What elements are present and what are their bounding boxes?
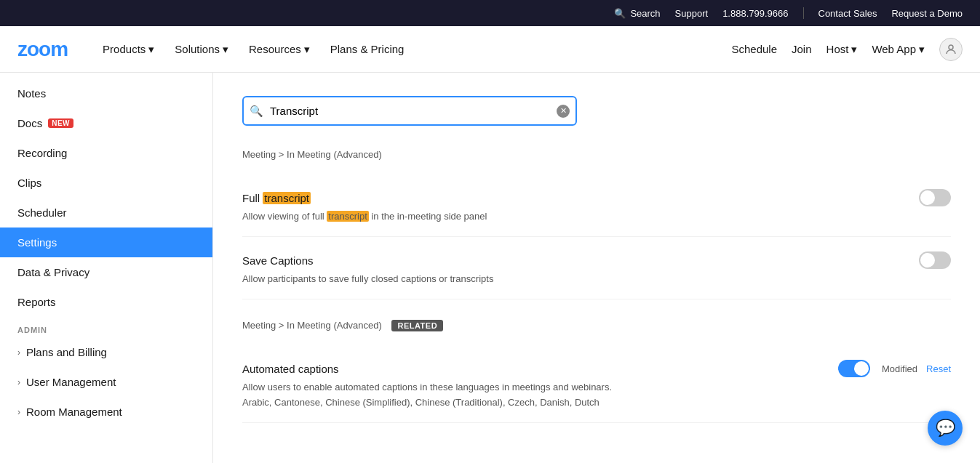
- chevron-down-icon: ▾: [148, 43, 154, 56]
- phone-number: 1.888.799.9666: [722, 8, 788, 19]
- search-icon: 🔍: [614, 8, 626, 19]
- setting-full-transcript: Full transcript Allow viewing of full tr…: [242, 174, 951, 237]
- nav-resources-label: Resources: [249, 43, 301, 55]
- nav-products-label: Products: [103, 43, 146, 55]
- host-label: Host: [826, 43, 849, 55]
- desc-highlight: transcript: [327, 211, 368, 222]
- scheduler-label: Scheduler: [17, 206, 67, 219]
- setting-header: Automated captions Modified Reset: [242, 360, 951, 377]
- chevron-right-icon: ›: [17, 377, 20, 387]
- chevron-right-icon: ›: [17, 347, 20, 358]
- nav-solutions-label: Solutions: [175, 43, 220, 55]
- setting-header: Full transcript: [242, 189, 951, 206]
- toggle-area: Modified Reset: [838, 360, 951, 377]
- new-badge: NEW: [48, 118, 73, 128]
- main-nav: zoom Products ▾ Solutions ▾ Resources ▾ …: [0, 26, 980, 73]
- top-bar: 🔍 Search Support 1.888.799.9666 Contact …: [0, 0, 980, 26]
- main-content: 🔍 ✕ Meeting > In Meeting (Advanced) Full…: [213, 73, 980, 463]
- save-captions-toggle[interactable]: [919, 251, 951, 269]
- sidebar-item-notes[interactable]: Notes: [0, 78, 212, 108]
- search-clear-button[interactable]: ✕: [557, 105, 570, 118]
- setting-automated-captions: Automated captions Modified Reset Allow …: [242, 345, 951, 423]
- related-breadcrumb: Meeting > In Meeting (Advanced) RELATED: [242, 320, 951, 331]
- docs-label: Docs: [17, 117, 42, 129]
- sidebar-item-reports[interactable]: Reports: [0, 287, 212, 317]
- data-privacy-label: Data & Privacy: [17, 266, 89, 278]
- chevron-down-icon: ▾: [223, 43, 228, 56]
- reports-label: Reports: [17, 296, 56, 308]
- reset-link[interactable]: Reset: [926, 363, 951, 374]
- sidebar-item-user-management[interactable]: › User Management: [0, 367, 212, 397]
- nav-resources[interactable]: Resources ▾: [249, 43, 310, 56]
- room-management-label: Room Management: [26, 406, 122, 418]
- chevron-down-icon: ▾: [919, 43, 925, 56]
- chevron-down-icon: ▾: [851, 43, 857, 56]
- setting-description: Allow participants to save fully closed …: [242, 273, 951, 284]
- related-section: Meeting > In Meeting (Advanced) RELATED …: [242, 320, 951, 423]
- automated-captions-title: Automated captions: [242, 363, 339, 375]
- setting-title: Full transcript: [242, 192, 311, 204]
- nav-right: Schedule Join Host ▾ Web App ▾: [731, 38, 963, 61]
- app-layout: Notes Docs NEW Recording Clips Scheduler…: [0, 73, 980, 463]
- nav-links: Products ▾ Solutions ▾ Resources ▾ Plans…: [103, 43, 404, 56]
- search-icon: 🔍: [250, 105, 263, 118]
- modified-reset: Modified Reset: [882, 363, 951, 374]
- chevron-right-icon: ›: [17, 407, 20, 417]
- title-highlight: transcript: [263, 192, 311, 204]
- host-button[interactable]: Host ▾: [826, 43, 858, 56]
- nav-plans-pricing[interactable]: Plans & Pricing: [330, 43, 405, 55]
- related-breadcrumb-text: Meeting > In Meeting (Advanced): [242, 320, 382, 331]
- automated-captions-toggle[interactable]: [838, 360, 870, 377]
- avatar[interactable]: [939, 38, 963, 61]
- settings-label: Settings: [17, 236, 57, 249]
- search-input[interactable]: [242, 96, 577, 126]
- sidebar-item-settings[interactable]: Settings: [0, 228, 212, 257]
- sidebar-item-recording[interactable]: Recording: [0, 138, 212, 168]
- notes-label: Notes: [17, 87, 46, 100]
- sidebar-item-data-privacy[interactable]: Data & Privacy: [0, 257, 212, 287]
- nav-plans-label: Plans & Pricing: [330, 43, 405, 55]
- title-prefix: Full: [242, 192, 263, 204]
- nav-solutions[interactable]: Solutions ▾: [175, 43, 228, 56]
- full-transcript-toggle[interactable]: [919, 189, 951, 206]
- schedule-button[interactable]: Schedule: [731, 43, 777, 55]
- sidebar: Notes Docs NEW Recording Clips Scheduler…: [0, 73, 213, 463]
- recording-label: Recording: [17, 147, 67, 159]
- support-link[interactable]: Support: [675, 8, 709, 19]
- plans-billing-label: Plans and Billing: [26, 346, 107, 358]
- user-management-label: User Management: [26, 376, 116, 388]
- modified-label: Modified: [882, 363, 917, 374]
- languages-list: Arabic, Cantonese, Chinese (Simplified),…: [242, 397, 951, 408]
- svg-point-0: [949, 45, 953, 49]
- request-demo-link[interactable]: Request a Demo: [891, 8, 963, 19]
- clips-label: Clips: [17, 177, 41, 189]
- sidebar-item-docs[interactable]: Docs NEW: [0, 108, 212, 138]
- related-badge: RELATED: [391, 320, 443, 331]
- sidebar-item-scheduler[interactable]: Scheduler: [0, 198, 212, 228]
- zoom-logo[interactable]: zoom: [17, 38, 68, 61]
- sidebar-item-clips[interactable]: Clips: [0, 168, 212, 198]
- setting-save-captions: Save Captions Allow participants to save…: [242, 237, 951, 299]
- search-wrapper: 🔍 ✕: [242, 96, 577, 126]
- setting-header: Save Captions: [242, 251, 951, 269]
- chat-icon: 💬: [936, 419, 955, 438]
- setting-title: Save Captions: [242, 254, 314, 267]
- search-label: Search: [630, 8, 660, 19]
- toggle-knob: [920, 190, 935, 205]
- nav-products[interactable]: Products ▾: [103, 43, 154, 56]
- breadcrumb-1: Meeting > In Meeting (Advanced): [242, 149, 951, 160]
- contact-sales-link[interactable]: Contact Sales: [818, 8, 877, 19]
- automated-captions-description: Allow users to enable automated captions…: [242, 382, 951, 392]
- toggle-knob: [920, 253, 935, 267]
- sidebar-item-room-management[interactable]: › Room Management: [0, 397, 212, 427]
- divider: [803, 7, 804, 19]
- webapp-label: Web App: [872, 43, 916, 55]
- desc-prefix: Allow viewing of full: [242, 211, 327, 222]
- join-button[interactable]: Join: [792, 43, 812, 55]
- sidebar-item-plans-billing[interactable]: › Plans and Billing: [0, 337, 212, 367]
- desc-suffix: in the in-meeting side panel: [369, 211, 487, 222]
- webapp-button[interactable]: Web App ▾: [872, 43, 925, 56]
- chat-bubble-button[interactable]: 💬: [928, 411, 963, 446]
- setting-description: Allow viewing of full transcript in the …: [242, 211, 951, 222]
- search-trigger[interactable]: 🔍 Search: [614, 8, 660, 19]
